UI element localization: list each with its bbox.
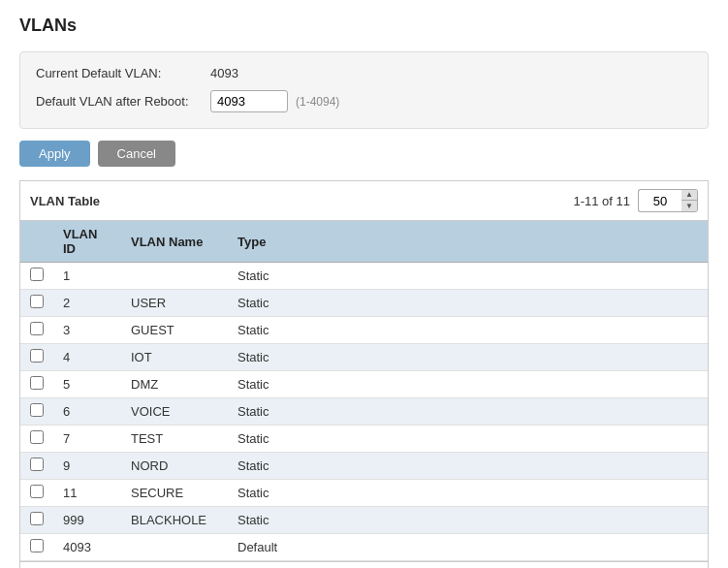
action-buttons: Apply Cancel	[19, 141, 709, 167]
row-vlan-name: NORD	[121, 453, 228, 480]
current-vlan-label: Current Default VLAN:	[36, 66, 210, 80]
table-row: 11SECUREStatic	[20, 480, 708, 507]
table-row: 5DMZStatic	[20, 371, 708, 398]
row-spacer	[305, 398, 708, 426]
row-vlan-id: 11	[53, 480, 121, 507]
col-vlan-name: VLAN Name	[121, 221, 228, 263]
row-type: Static	[228, 263, 305, 290]
row-spacer	[305, 290, 708, 317]
col-vlan-id: VLAN ID	[53, 221, 121, 263]
per-page-control: ▲ ▼	[638, 189, 698, 212]
table-pagination: 1-11 of 11 ▲ ▼	[573, 189, 698, 212]
vlan-tbody: 1Static2USERStatic3GUESTStatic4IOTStatic…	[20, 263, 708, 561]
per-page-spinner[interactable]: ▲ ▼	[681, 189, 698, 212]
vlan-table-section: VLAN Table 1-11 of 11 ▲ ▼ VLAN ID VLAN N…	[19, 180, 709, 568]
row-vlan-name	[121, 263, 228, 290]
row-type: Static	[228, 344, 305, 371]
row-vlan-id: 4	[53, 344, 121, 371]
row-spacer	[305, 534, 708, 561]
row-vlan-id: 4093	[53, 534, 121, 561]
apply-button[interactable]: Apply	[19, 141, 90, 167]
row-type: Static	[228, 453, 305, 480]
row-type: Static	[228, 480, 305, 507]
row-type: Static	[228, 426, 305, 453]
vlan-table: VLAN ID VLAN Name Type 1Static2USERStati…	[20, 221, 708, 561]
row-vlan-name: USER	[121, 290, 228, 317]
row-vlan-id: 999	[53, 507, 121, 534]
table-header-cols: VLAN ID VLAN Name Type	[20, 221, 708, 263]
row-type: Static	[228, 507, 305, 534]
row-checkbox[interactable]	[30, 539, 44, 552]
row-vlan-id: 2	[53, 290, 121, 317]
spinner-up-button[interactable]: ▲	[681, 190, 697, 201]
row-spacer	[305, 344, 708, 371]
row-checkbox[interactable]	[30, 430, 44, 444]
cancel-button[interactable]: Cancel	[98, 141, 175, 167]
page-title: VLANs	[19, 16, 709, 36]
row-type: Static	[228, 290, 305, 317]
default-vlan-label: Default VLAN after Reboot:	[36, 94, 210, 109]
row-checkbox[interactable]	[30, 403, 44, 417]
row-checkbox[interactable]	[30, 458, 44, 471]
row-vlan-name	[121, 534, 228, 561]
row-checkbox[interactable]	[30, 268, 44, 281]
row-vlan-id: 3	[53, 317, 121, 344]
row-spacer	[305, 426, 708, 453]
table-row: 3GUESTStatic	[20, 317, 708, 344]
row-checkbox[interactable]	[30, 295, 44, 308]
table-thead: VLAN ID VLAN Name Type	[20, 221, 708, 263]
row-spacer	[305, 263, 708, 290]
pagination-text: 1-11 of 11	[573, 194, 630, 208]
row-type: Default	[228, 534, 305, 561]
spinner-down-button[interactable]: ▼	[681, 201, 697, 211]
table-row: 6VOICEStatic	[20, 398, 708, 426]
row-vlan-name: BLACKHOLE	[121, 507, 228, 534]
per-page-input[interactable]	[638, 189, 681, 212]
row-checkbox[interactable]	[30, 322, 44, 335]
table-row: 7TESTStatic	[20, 426, 708, 453]
table-footer: Add Edit Delete	[20, 561, 708, 568]
table-header-row: VLAN Table 1-11 of 11 ▲ ▼	[20, 181, 708, 221]
row-spacer	[305, 480, 708, 507]
default-vlan-input[interactable]	[210, 90, 288, 112]
row-vlan-name: VOICE	[121, 398, 228, 426]
table-row: 2USERStatic	[20, 290, 708, 317]
row-type: Static	[228, 398, 305, 426]
row-vlan-id: 7	[53, 426, 121, 453]
row-checkbox[interactable]	[30, 376, 44, 390]
row-type: Static	[228, 317, 305, 344]
config-panel: Current Default VLAN: 4093 Default VLAN …	[19, 51, 709, 129]
default-vlan-hint: (1-4094)	[296, 95, 339, 109]
current-vlan-row: Current Default VLAN: 4093	[36, 66, 692, 80]
current-vlan-value: 4093	[210, 66, 238, 80]
row-checkbox[interactable]	[30, 512, 44, 525]
row-type: Static	[228, 371, 305, 398]
row-vlan-name: TEST	[121, 426, 228, 453]
row-spacer	[305, 317, 708, 344]
col-type: Type	[228, 221, 305, 263]
row-vlan-id: 5	[53, 371, 121, 398]
row-vlan-name: GUEST	[121, 317, 228, 344]
col-checkbox	[20, 221, 53, 263]
row-vlan-id: 1	[53, 263, 121, 290]
row-spacer	[305, 453, 708, 480]
row-vlan-id: 9	[53, 453, 121, 480]
table-row: 9NORDStatic	[20, 453, 708, 480]
table-row: 4093Default	[20, 534, 708, 561]
default-vlan-row: Default VLAN after Reboot: (1-4094)	[36, 90, 692, 112]
row-vlan-id: 6	[53, 398, 121, 426]
row-vlan-name: DMZ	[121, 371, 228, 398]
table-row: 4IOTStatic	[20, 344, 708, 371]
row-checkbox[interactable]	[30, 349, 44, 363]
row-vlan-name: SECURE	[121, 480, 228, 507]
row-spacer	[305, 371, 708, 398]
table-row: 999BLACKHOLEStatic	[20, 507, 708, 534]
row-spacer	[305, 507, 708, 534]
row-checkbox[interactable]	[30, 485, 44, 498]
row-vlan-name: IOT	[121, 344, 228, 371]
col-spacer	[305, 221, 708, 263]
table-row: 1Static	[20, 263, 708, 290]
table-title: VLAN Table	[30, 194, 100, 208]
